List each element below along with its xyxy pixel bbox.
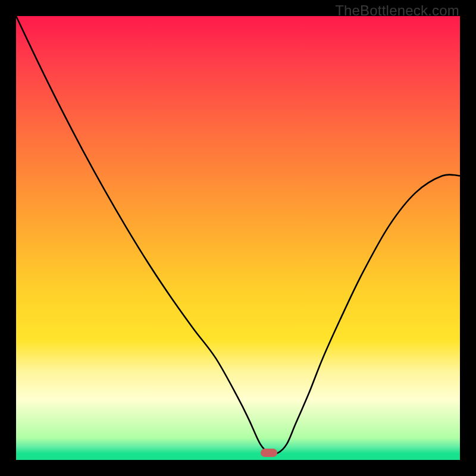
plot-area xyxy=(16,16,460,460)
attribution-text: TheBottleneck.com xyxy=(335,2,459,19)
chart-frame: TheBottleneck.com xyxy=(0,0,476,476)
bottleneck-curve xyxy=(16,16,460,460)
optimum-marker xyxy=(261,449,277,457)
